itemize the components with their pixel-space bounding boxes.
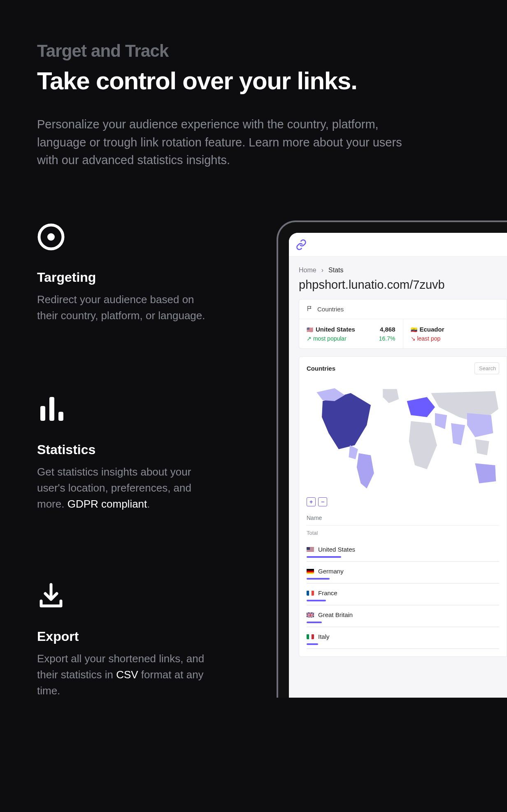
feature-title: Targeting — [37, 270, 210, 285]
arrow-down-right-icon: ↘ — [411, 335, 416, 342]
flag-icon — [307, 634, 314, 639]
stat-most-popular: 🇺🇸United States 4,868 ↗ most popular 16.… — [299, 319, 403, 348]
svg-rect-4 — [58, 412, 63, 421]
chevron-right-icon: › — [321, 267, 323, 274]
table-row[interactable]: France — [307, 584, 499, 606]
feature-title: Statistics — [37, 442, 210, 457]
breadcrumb-home[interactable]: Home — [299, 267, 316, 274]
row-bar — [307, 622, 322, 623]
feature-body: Redirect your audience based on their co… — [37, 292, 210, 324]
zoom-in-button[interactable]: + — [307, 497, 316, 506]
bar-chart-icon — [37, 394, 210, 425]
row-label: United States — [318, 546, 355, 553]
row-bar — [307, 578, 330, 580]
stat-country-name: Ecuador — [420, 326, 444, 333]
page-title: phpshort.lunatio.com/7zuvb — [299, 278, 507, 292]
svg-rect-2 — [40, 406, 45, 421]
feature-body: Get statistics insights about your user'… — [37, 464, 210, 512]
flag-ec: 🇪🇨 — [411, 327, 417, 333]
flag-us: 🇺🇸 — [307, 327, 313, 333]
row-label: Great Britain — [318, 611, 353, 618]
stat-least-popular: 🇪🇨Ecuador ↘ least pop — [403, 319, 507, 348]
stat-value: 4,868 — [380, 326, 395, 333]
card-header-label: Countries — [317, 306, 344, 313]
table-row[interactable]: Germany — [307, 562, 499, 584]
row-label: France — [318, 589, 337, 596]
countries-summary-card: Countries 🇺🇸United States 4,868 ↗ most p… — [299, 299, 507, 349]
download-icon — [37, 582, 210, 612]
svg-rect-13 — [307, 547, 310, 550]
svg-rect-22 — [307, 634, 309, 639]
svg-rect-19 — [312, 591, 314, 596]
tablet-mockup: Home › Stats phpshort.lunatio.com/7zuvb … — [277, 220, 507, 698]
card-title: Countries — [307, 365, 335, 372]
flag-icon — [307, 305, 313, 313]
flag-icon — [307, 612, 314, 617]
svg-rect-11 — [307, 551, 314, 551]
row-bar — [307, 556, 341, 558]
flag-icon — [307, 568, 314, 574]
table-total-row: Total — [307, 526, 499, 540]
app-topbar — [289, 233, 507, 257]
svg-rect-16 — [307, 569, 314, 571]
table-row[interactable]: Great Britain — [307, 606, 499, 627]
svg-rect-18 — [307, 591, 309, 596]
flag-icon — [307, 590, 314, 596]
svg-rect-10 — [307, 550, 314, 550]
svg-rect-23 — [312, 634, 314, 639]
svg-rect-3 — [49, 397, 54, 421]
stat-country-name: United States — [316, 326, 355, 333]
arrow-up-right-icon: ↗ — [307, 335, 312, 342]
feature-body-strong: GDPR compliant — [67, 498, 147, 510]
row-label: Italy — [318, 633, 330, 640]
stat-trend-label: least pop — [417, 335, 440, 342]
svg-point-1 — [47, 233, 55, 241]
world-map[interactable] — [299, 380, 507, 497]
stat-trend-label: most popular — [313, 335, 347, 342]
stat-trend-value: 16.7% — [379, 335, 395, 342]
feature-title: Export — [37, 629, 210, 644]
feature-targeting: Targeting Redirect your audience based o… — [37, 223, 210, 324]
table-row[interactable]: United States — [307, 540, 499, 562]
feature-body-text: . — [147, 498, 150, 510]
feature-export: Export Export all your shortened links, … — [37, 582, 210, 699]
section-eyebrow: Target and Track — [37, 41, 470, 61]
zoom-out-button[interactable]: − — [318, 497, 327, 506]
feature-statistics: Statistics Get statistics insights about… — [37, 394, 210, 512]
svg-rect-12 — [307, 552, 314, 552]
section-headline: Take control over your links. — [37, 67, 470, 95]
feature-body: Export all your shortened links, and the… — [37, 651, 210, 699]
target-icon — [37, 223, 210, 253]
section-subhead: Personalize your audience experience wit… — [37, 116, 416, 169]
row-bar — [307, 643, 318, 645]
breadcrumb: Home › Stats — [299, 267, 507, 274]
row-label: Germany — [318, 568, 344, 575]
table-row[interactable]: Italy — [307, 627, 499, 649]
table-column-name: Name — [307, 510, 499, 526]
link-icon — [295, 239, 307, 251]
row-bar — [307, 600, 326, 601]
countries-detail-card: Countries Search — [299, 356, 507, 657]
flag-icon — [307, 547, 314, 552]
breadcrumb-current: Stats — [328, 267, 343, 274]
feature-body-strong: CSV — [116, 668, 138, 681]
search-input[interactable]: Search — [474, 362, 499, 374]
